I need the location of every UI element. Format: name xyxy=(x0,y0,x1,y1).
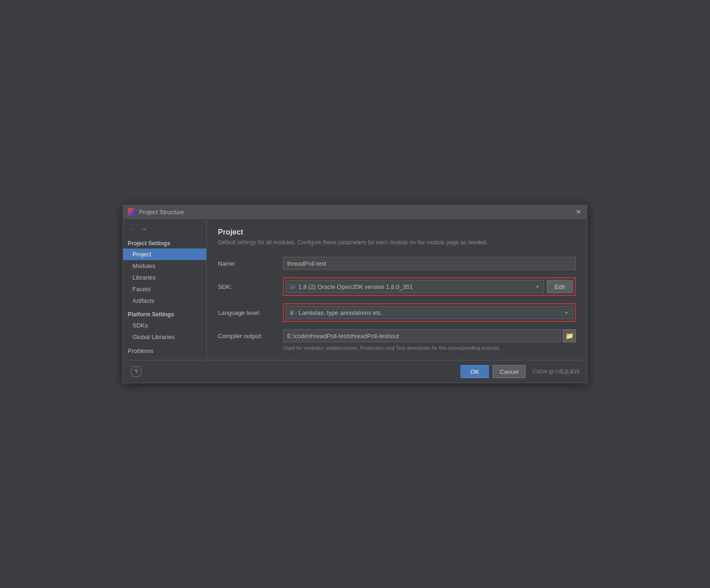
dialog-footer: ? OK Cancel CSDN @小凯是菜鸡 xyxy=(123,360,587,383)
dialog-body: ← → Project Settings Project Modules Lib… xyxy=(123,219,587,360)
name-row: Name: xyxy=(218,257,576,270)
language-level-row: Language level: 8 - Lambdas, type annota… xyxy=(218,303,576,322)
sidebar-item-global-libraries[interactable]: Global Libraries xyxy=(123,331,206,343)
compiler-output-input[interactable] xyxy=(283,329,561,342)
help-button[interactable]: ? xyxy=(131,366,142,377)
compiler-hint: Used for modules' subdirectories, Produc… xyxy=(283,345,576,351)
compiler-output-row: Compiler output: 📁 xyxy=(218,329,576,342)
nav-arrows: ← → xyxy=(123,222,206,237)
lang-dropdown-arrow-icon: ▼ xyxy=(564,310,569,315)
project-structure-dialog: Project Structure ✕ ← → Project Settings… xyxy=(123,205,587,383)
app-icon xyxy=(128,208,135,216)
dialog-title: Project Structure xyxy=(139,209,571,216)
lang-row-wrapper: 8 - Lambdas, type annotations etc. ▼ xyxy=(283,303,576,322)
sdk-edit-button[interactable]: Edit xyxy=(547,280,573,293)
sidebar-item-artifacts[interactable]: Artifacts xyxy=(123,295,206,307)
language-level-label: Language level: xyxy=(218,309,283,316)
forward-button[interactable]: → xyxy=(139,224,149,234)
language-level-dropdown[interactable]: 8 - Lambdas, type annotations etc. ▼ xyxy=(286,306,573,319)
sdk-control: 🗂 1.8 (2) Oracle OpenJDK version 1.8.0_3… xyxy=(283,277,576,296)
watermark: CSDN @小凯是菜鸡 xyxy=(533,368,579,375)
page-title: Project xyxy=(218,228,576,236)
name-label: Name: xyxy=(218,260,283,267)
sidebar-item-libraries[interactable]: Libraries xyxy=(123,272,206,283)
sidebar: ← → Project Settings Project Modules Lib… xyxy=(123,219,207,360)
sdk-dropdown[interactable]: 🗂 1.8 (2) Oracle OpenJDK version 1.8.0_3… xyxy=(286,280,544,293)
sidebar-item-sdks[interactable]: SDKs xyxy=(123,320,206,331)
page-subtitle: Default settings for all modules. Config… xyxy=(218,239,576,246)
sdk-label: SDK: xyxy=(218,283,283,290)
platform-settings-section-label: Platform Settings xyxy=(123,307,206,320)
language-level-control: 8 - Lambdas, type annotations etc. ▼ xyxy=(283,303,576,322)
folder-browse-icon: 📁 xyxy=(565,332,573,340)
lang-dropdown-text: 8 - Lambdas, type annotations etc. xyxy=(290,309,564,316)
name-control xyxy=(283,257,576,270)
ok-button[interactable]: OK xyxy=(460,365,489,378)
sdk-dropdown-text: 1.8 (2) Oracle OpenJDK version 1.8.0_351 xyxy=(298,283,535,290)
sidebar-item-modules[interactable]: Modules xyxy=(123,260,206,272)
close-button[interactable]: ✕ xyxy=(575,208,582,216)
sidebar-item-problems[interactable]: Problems xyxy=(123,343,206,356)
sdk-row: SDK: 🗂 1.8 (2) Oracle OpenJDK version 1.… xyxy=(218,277,576,296)
project-settings-section-label: Project Settings xyxy=(123,237,206,248)
name-input[interactable] xyxy=(283,257,576,270)
sidebar-item-facets[interactable]: Facets xyxy=(123,283,206,295)
main-content: Project Default settings for all modules… xyxy=(207,219,587,360)
cancel-button[interactable]: Cancel xyxy=(493,365,525,378)
sdk-row-wrapper: 🗂 1.8 (2) Oracle OpenJDK version 1.8.0_3… xyxy=(283,277,576,296)
sidebar-item-project[interactable]: Project xyxy=(123,248,206,260)
title-bar: Project Structure ✕ xyxy=(123,205,587,219)
compiler-output-label: Compiler output: xyxy=(218,333,283,340)
compiler-browse-button[interactable]: 📁 xyxy=(563,329,576,342)
sdk-folder-icon: 🗂 xyxy=(290,283,296,290)
back-button[interactable]: ← xyxy=(127,224,137,234)
sdk-dropdown-arrow-icon: ▼ xyxy=(535,284,540,289)
